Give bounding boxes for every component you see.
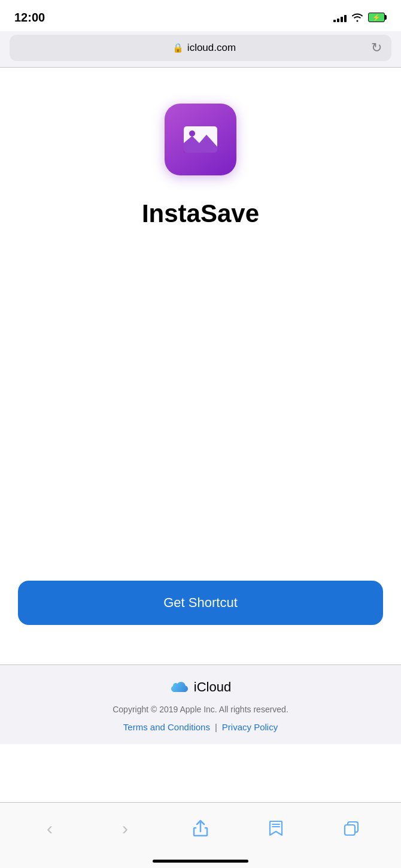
app-icon-image	[179, 118, 222, 161]
footer: iCloud Copyright © 2019 Apple Inc. All r…	[0, 664, 401, 744]
status-icons: ⚡	[333, 13, 387, 22]
main-content: InstaSave	[0, 68, 401, 246]
home-bar	[153, 860, 248, 863]
lock-icon: 🔒	[172, 43, 184, 53]
signal-bars-icon	[333, 13, 347, 22]
footer-links: Terms and Conditions | Privacy Policy	[123, 722, 278, 732]
safari-toolbar-buttons: ‹ ›	[0, 803, 401, 854]
footer-copyright: Copyright © 2019 Apple Inc. All rights r…	[113, 703, 288, 716]
safari-toolbar: ‹ ›	[0, 802, 401, 868]
bookmarks-button[interactable]	[261, 814, 291, 843]
get-shortcut-button[interactable]: Get Shortcut	[18, 581, 383, 625]
icloud-brand-name: iCloud	[194, 679, 231, 695]
home-indicator	[0, 854, 401, 868]
bookmarks-icon	[268, 820, 284, 837]
battery-icon: ⚡	[368, 13, 387, 22]
share-icon	[192, 820, 209, 837]
back-button[interactable]: ‹	[35, 814, 65, 843]
app-icon-wrapper	[165, 104, 236, 175]
icloud-logo: iCloud	[170, 679, 231, 695]
icloud-logo-icon	[170, 681, 189, 694]
address-bar[interactable]: 🔒 icloud.com ↻	[10, 35, 391, 61]
forward-button[interactable]: ›	[110, 814, 140, 843]
status-bar: 12:00 ⚡	[0, 0, 401, 31]
tabs-icon	[343, 820, 360, 837]
privacy-link[interactable]: Privacy Policy	[222, 722, 278, 732]
url-text: icloud.com	[187, 42, 236, 54]
button-section: Get Shortcut	[0, 581, 401, 625]
share-button[interactable]	[186, 814, 215, 843]
terms-link[interactable]: Terms and Conditions	[123, 722, 210, 732]
app-icon	[165, 104, 236, 175]
refresh-icon[interactable]: ↻	[371, 40, 382, 56]
status-time: 12:00	[14, 11, 45, 25]
footer-links-divider: |	[215, 722, 217, 732]
app-name: InstaSave	[142, 199, 259, 228]
tabs-button[interactable]	[336, 814, 366, 843]
address-center: 🔒 icloud.com	[172, 42, 236, 54]
svg-rect-3	[345, 825, 355, 835]
wifi-icon	[351, 13, 363, 22]
svg-point-1	[189, 130, 195, 136]
address-bar-container: 🔒 icloud.com ↻	[0, 31, 401, 67]
